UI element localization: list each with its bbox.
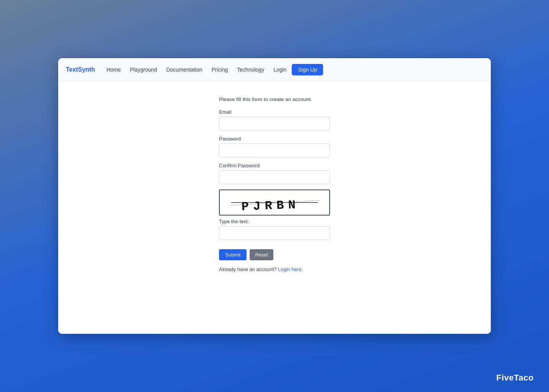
confirm-password-input[interactable] [219,170,330,184]
nav-documentation[interactable]: Documentation [162,64,206,75]
nav-home[interactable]: Home [103,64,124,75]
brand-logo[interactable]: TextSynth [66,66,95,73]
captcha-input-group: Type the text: [219,219,330,240]
captcha-image: PJRBN [219,189,330,216]
nav-login[interactable]: Login [270,64,290,75]
nav-technology[interactable]: Technology [233,64,268,75]
password-input[interactable] [219,144,330,157]
login-prompt-text: Already have an account? [219,266,276,272]
main-content: Please fill this form to create an accou… [58,81,491,334]
email-group: Email [219,109,330,131]
email-label: Email [219,109,330,115]
login-link-row: Already have an account? Login here. [219,266,330,272]
fivetaco-badge: FiveTaco [496,373,534,383]
signup-form-container: Please fill this form to create an accou… [219,96,330,272]
captcha-input[interactable] [219,226,330,240]
nav-playground[interactable]: Playground [126,64,161,75]
reset-button[interactable]: Reset [250,249,273,260]
browser-window: TextSynth Home Playground Documentation … [58,58,491,334]
password-label: Password [219,136,330,142]
form-actions: Submit Reset [219,249,330,260]
confirm-password-label: Confirm Password [219,163,330,168]
navbar: TextSynth Home Playground Documentation … [58,58,491,81]
login-here-link[interactable]: Login here. [278,266,303,272]
email-input[interactable] [219,117,330,131]
signup-button[interactable]: Sign Up [292,64,323,75]
submit-button[interactable]: Submit [219,249,247,260]
captcha-type-label: Type the text: [219,219,330,224]
svg-text:PJRBN: PJRBN [241,198,300,214]
form-intro-text: Please fill this form to create an accou… [219,96,330,102]
nav-pricing[interactable]: Pricing [208,64,232,75]
password-group: Password [219,136,330,157]
confirm-password-group: Confirm Password [219,163,330,184]
